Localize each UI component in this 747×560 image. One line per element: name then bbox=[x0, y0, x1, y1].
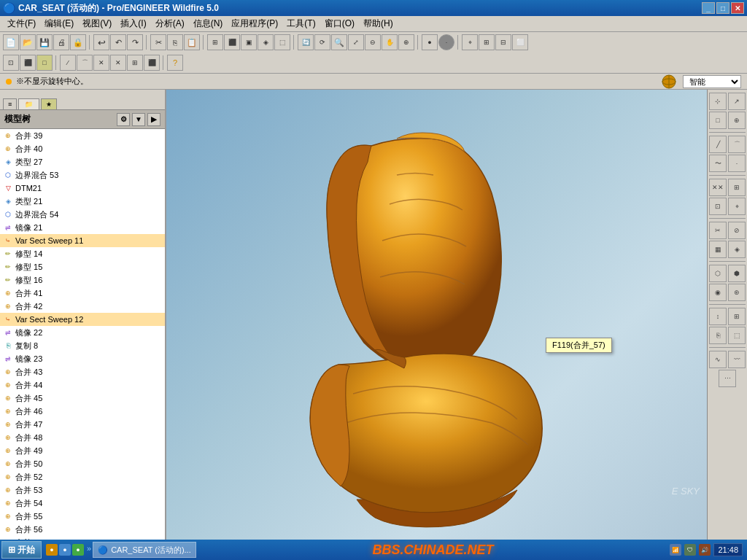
tb-norm[interactable]: ⊕ bbox=[398, 34, 414, 50]
tb-zoom-in[interactable]: 🔍 bbox=[331, 34, 347, 50]
rt-view2[interactable]: ↗ bbox=[728, 93, 746, 110]
tree-tab-3[interactable]: ★ bbox=[41, 98, 57, 109]
rt-group[interactable]: ⬚ bbox=[728, 327, 746, 344]
tree-item[interactable]: ⊕ 合并 50 bbox=[0, 457, 165, 470]
taskbar-icon-3[interactable]: ● bbox=[72, 544, 84, 556]
tb-save[interactable]: 💾 bbox=[36, 34, 53, 50]
smart-select-dropdown[interactable]: 智能 几何 基准 面组 全部 bbox=[683, 75, 741, 88]
rt-analyze3[interactable]: ⋯ bbox=[719, 370, 736, 387]
tb2-sketch2[interactable]: ⌒ bbox=[77, 55, 93, 71]
tree-item[interactable]: ✏ 修型 15 bbox=[0, 260, 165, 273]
taskbar-icon-1[interactable]: ● bbox=[46, 544, 58, 556]
menu-analyze[interactable]: 分析(A) bbox=[151, 16, 189, 31]
tree-settings-btn[interactable]: ⚙ bbox=[117, 113, 130, 126]
tree-item[interactable]: ⊕ 合并 56 bbox=[0, 523, 165, 536]
tree-item[interactable]: ⊕ 合并 52 bbox=[0, 470, 165, 483]
rt-x[interactable]: ✕✕ bbox=[709, 179, 727, 196]
menu-info[interactable]: 信息(N) bbox=[189, 16, 228, 31]
taskbar-app-item[interactable]: 🔵 CAR_SEAT (活动的)... bbox=[93, 542, 196, 558]
tb-view3[interactable]: ▣ bbox=[241, 34, 257, 50]
tree-item[interactable]: ⤷ Var Sect Sweep 11 bbox=[0, 234, 165, 247]
tb2-1[interactable]: ⊡ bbox=[3, 55, 19, 71]
tb-extra3[interactable]: ⊟ bbox=[495, 34, 511, 50]
tree-item[interactable]: ⊕ 合并 44 bbox=[0, 378, 165, 392]
tray-icon-volume[interactable]: 🔊 bbox=[699, 544, 711, 556]
tb-view2[interactable]: ⬛ bbox=[224, 34, 240, 50]
tree-item[interactable]: ⊕ 合并 55 bbox=[0, 510, 165, 523]
menu-view[interactable]: 视图(V) bbox=[78, 16, 116, 31]
tb-copy[interactable]: ⎘ bbox=[167, 34, 183, 50]
tb-new[interactable]: 📄 bbox=[3, 34, 19, 50]
tb-extra1[interactable]: ⌖ bbox=[462, 34, 478, 50]
tb-extra2[interactable]: ⊞ bbox=[479, 34, 495, 50]
tb-view5[interactable]: ⬚ bbox=[274, 34, 290, 50]
maximize-button[interactable]: □ bbox=[716, 2, 729, 14]
tb-print[interactable]: 🖨 bbox=[53, 34, 69, 50]
tree-item[interactable]: ◈ 类型 27 bbox=[0, 155, 165, 168]
tb-zoom-out[interactable]: ⊖ bbox=[365, 34, 381, 50]
rt-line[interactable]: ╱ bbox=[709, 136, 727, 153]
tb-pan[interactable]: ✋ bbox=[382, 34, 398, 50]
tb-open[interactable]: 📂 bbox=[20, 34, 36, 50]
tree-item[interactable]: ⊕ 合并 47 bbox=[0, 418, 165, 431]
rt-analyze2[interactable]: 〰 bbox=[728, 351, 746, 368]
tb-extra4[interactable]: ⬜ bbox=[512, 34, 528, 50]
tree-item[interactable]: ✏ 修型 14 bbox=[0, 247, 165, 260]
tb-paste[interactable]: 📋 bbox=[184, 34, 200, 50]
minimize-button[interactable]: _ bbox=[702, 2, 715, 14]
tree-item[interactable]: ⊕ 合并 48 bbox=[0, 431, 165, 444]
rt-csys[interactable]: ⌖ bbox=[728, 198, 746, 215]
viewport[interactable]: F119(合并_57) E SKY bbox=[166, 90, 707, 540]
tree-item[interactable]: ⊕ 合并 42 bbox=[0, 300, 165, 313]
tb2-sketch5[interactable]: ⊞ bbox=[127, 55, 143, 71]
tree-item[interactable]: ◈ 类型 21 bbox=[0, 195, 165, 208]
rt-misc[interactable]: ⊞ bbox=[728, 308, 746, 325]
tb-dot[interactable]: · bbox=[438, 34, 454, 50]
tb2-sketch6[interactable]: ⬛ bbox=[144, 55, 160, 71]
tree-expand-btn[interactable]: ▶ bbox=[147, 113, 160, 126]
rt-copy2[interactable]: ⎘ bbox=[709, 327, 727, 344]
tree-filter-btn[interactable]: ▼ bbox=[132, 113, 145, 126]
rt-section[interactable]: ▦ bbox=[709, 241, 727, 258]
tree-item[interactable]: ⇌ 镜像 21 bbox=[0, 221, 165, 234]
taskbar-arrow[interactable]: » bbox=[87, 544, 91, 556]
tree-item[interactable]: ⊕ 合并 46 bbox=[0, 405, 165, 418]
menu-file[interactable]: 文件(F) bbox=[3, 16, 40, 31]
rt-point[interactable]: · bbox=[728, 155, 746, 172]
tree-item[interactable]: ⇌ 镜像 22 bbox=[0, 326, 165, 339]
taskbar-icon-2[interactable]: ● bbox=[59, 544, 71, 556]
rt-view1[interactable]: ⊹ bbox=[709, 93, 727, 110]
tb-undo[interactable]: ↶ bbox=[110, 34, 126, 50]
rt-surf1[interactable]: ⬡ bbox=[709, 265, 727, 282]
rt-spline[interactable]: 〜 bbox=[709, 155, 727, 172]
tb-view1[interactable]: ⊞ bbox=[207, 34, 223, 50]
tb-zoom-fit[interactable]: ⤢ bbox=[348, 34, 364, 50]
tree-item[interactable]: ⊕ 合并 39 bbox=[0, 129, 165, 142]
tray-icon-security[interactable]: 🛡 bbox=[684, 544, 696, 556]
tree-item[interactable]: ⬡ 边界混合 54 bbox=[0, 208, 165, 221]
tree-content[interactable]: ⊕ 合并 39 ⊕ 合并 40 ◈ 类型 27 ⬡ 边界混合 53 ▽ DTM2… bbox=[0, 129, 165, 540]
tb2-sketch4[interactable]: ✕ bbox=[110, 55, 126, 71]
rt-dim[interactable]: ⊞ bbox=[728, 179, 746, 196]
rt-curve[interactable]: ⌒ bbox=[728, 136, 746, 153]
close-button[interactable]: ✕ bbox=[731, 2, 744, 14]
tb2-2[interactable]: ⬛ bbox=[20, 55, 36, 71]
tb-view4[interactable]: ◈ bbox=[258, 34, 274, 50]
rt-surf2[interactable]: ⬢ bbox=[728, 265, 746, 282]
tree-tab-model[interactable]: ≡ bbox=[3, 98, 17, 109]
tb-repaint[interactable]: 🔄 bbox=[298, 34, 314, 50]
system-clock[interactable]: 21:48 bbox=[713, 543, 743, 556]
tree-item[interactable]: ▽ DTM21 bbox=[0, 182, 165, 195]
tb-undo-arrow[interactable]: ↩ bbox=[93, 34, 109, 50]
menu-tools[interactable]: 工具(T) bbox=[282, 16, 320, 31]
rt-analyze1[interactable]: ∿ bbox=[709, 351, 727, 368]
tree-item[interactable]: ⊕ 合并 40 bbox=[0, 142, 165, 155]
menu-app[interactable]: 应用程序(P) bbox=[227, 16, 282, 31]
rt-ref[interactable]: ⊡ bbox=[709, 198, 727, 215]
rt-plane[interactable]: □ bbox=[709, 112, 727, 129]
tb2-sketch1[interactable]: ∕ bbox=[60, 55, 76, 71]
tree-item[interactable]: ⎘ 复制 8 bbox=[0, 339, 165, 352]
tree-item[interactable]: ✏ 修型 16 bbox=[0, 273, 165, 287]
rt-feature[interactable]: ◈ bbox=[728, 241, 746, 258]
tb-lock[interactable]: 🔒 bbox=[70, 34, 86, 50]
